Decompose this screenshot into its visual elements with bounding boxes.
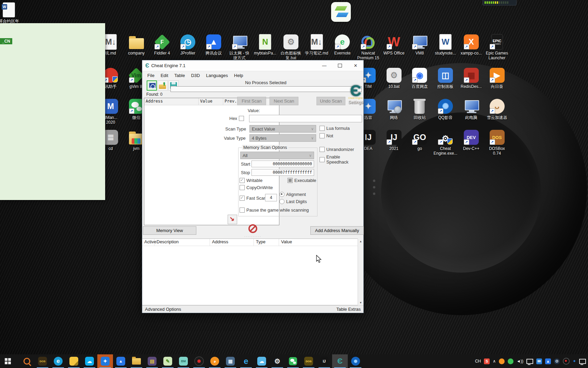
unrandomizer-checkbox[interactable] [320,147,325,152]
scroll-down-icon[interactable]: ▼ [358,300,363,305]
tray-recorder[interactable] [563,358,570,365]
tray-steam[interactable]: ʘ [554,358,560,364]
taskbar-edge-button[interactable]: e [50,354,66,368]
tray-volume[interactable]: ◄)) [517,359,523,364]
taskbar-dosbox-yellow-button[interactable]: DOS [301,354,316,368]
taskbar-baidu-pan-button[interactable]: ☁ [82,354,97,368]
taskbar-ie-button[interactable]: e [238,354,254,368]
memory-view-button[interactable]: Memory View [143,226,196,235]
taskbar-tencent-meeting-button[interactable]: ▲ [113,354,129,368]
taskbar-file-explorer-button[interactable] [129,354,144,368]
lua-formula-row: Lua formula [320,126,350,131]
next-scan-button[interactable]: Next Scan [270,97,298,105]
taskbar-recorder-button[interactable] [191,354,207,368]
desktop-icon-cheat-engine-settings[interactable]: Є Cheat Engine Settings [340,82,371,105]
col-active[interactable]: Active [142,239,154,246]
desktop-icon-word-doc[interactable]: W 算合约区年 [0,2,24,24]
hex-checkbox[interactable] [239,116,244,121]
scan-region-dropdown[interactable]: All∨ [240,152,314,159]
fast-scan-checkbox[interactable] [240,196,245,201]
tray-tim[interactable]: ✦ [573,359,576,364]
vertical-scrollbar[interactable]: ▲ ▼ [358,239,363,305]
ie-icon: e [244,356,248,366]
col-type[interactable]: Type [254,239,279,246]
scroll-up-icon[interactable]: ▲ [358,239,363,244]
splitter-handle[interactable]: ·········· [142,235,363,238]
menu-file[interactable]: File [144,72,158,79]
desktop-icon-epic[interactable]: EPICGAMES↗Epic GamesLauncher [482,34,512,60]
taskbar-qq-player-button[interactable]: ✺ [348,354,363,368]
not-checkbox[interactable] [320,133,325,138]
desktop-icon-sunflower[interactable]: ▶↗向日葵 [482,67,512,89]
last-digits-radio[interactable] [279,199,284,204]
desktop-icon-xueyun[interactable]: ᴗ↗雪云加速器 [482,98,512,120]
menu-edit[interactable]: Edit [158,72,171,79]
menu-d3d[interactable]: D3D [188,72,203,79]
fast-scan-value-input[interactable]: 4 [265,194,277,201]
speedhack-row: Enable Speedhack [320,154,363,165]
taskbar-idea-button[interactable]: IJ [316,354,332,368]
minimize-button[interactable]: — [316,60,332,71]
speedhack-checkbox[interactable] [320,157,325,162]
tray-tencent-meeting[interactable]: ▲ [545,358,551,364]
lua-formula-checkbox[interactable] [320,126,325,131]
menu-table[interactable]: Table [171,72,188,79]
tray-tray-expand[interactable]: ∧ [493,359,496,364]
address-table[interactable]: Active Description Address Type Value [142,239,363,305]
taskbar-bm-button[interactable]: BM [176,354,191,368]
executable-checkbox[interactable] [288,178,293,183]
start-input[interactable]: 0000000000000000 [251,160,314,167]
scan-type-dropdown[interactable]: Exact Value∨ [249,125,316,133]
close-button[interactable]: ✕ [348,60,363,71]
copyonwrite-checkbox[interactable] [240,185,245,190]
value-input[interactable] [249,115,362,122]
menu-languages[interactable]: Languages [203,72,231,79]
taskbar-cloud-app-button[interactable]: ☁ [254,354,270,368]
desktop-icon-dosbox[interactable]: DOS↗DOSBox0.74 [482,129,512,156]
select-process-button[interactable] [147,80,157,91]
taskbar-search-button[interactable] [19,354,35,368]
title-bar[interactable]: Є Cheat Engine 7.1 — ✕ [142,60,363,71]
value-type-dropdown[interactable]: 4 Bytes∨ [249,134,316,142]
taskbar-start-button[interactable] [0,354,16,368]
menu-help[interactable]: Help [231,72,246,79]
first-scan-button[interactable]: First Scan [237,97,266,105]
taskbar-tim-button[interactable]: ✦ [97,354,113,368]
col-value[interactable]: Value [279,239,363,246]
stop-input[interactable]: 00007fffffffffff [251,169,314,176]
green-window[interactable]: _CN [0,23,105,200]
taskbar-cheat-engine-button[interactable]: Є [332,354,348,368]
taskbar-wechat-button[interactable] [285,354,301,368]
tray-sogou[interactable]: S [484,358,490,364]
add-address-manually-button[interactable]: Add Address Manually [310,226,364,235]
taskbar-settings-button[interactable]: ⚙ [270,354,285,368]
system-tray: CHS∧◄))✉▲ʘ✦ [475,354,588,368]
taskbar-sticky-notes-button[interactable] [66,354,82,368]
maximize-button[interactable] [332,60,348,71]
smartsvn-like-icon[interactable] [331,2,351,22]
taskbar-potplayer-button[interactable]: ◕ [207,354,223,368]
tray-display[interactable] [526,359,533,364]
taskbar-notepadpp-button[interactable]: ✎ [160,354,176,368]
tray-touch-keyboard[interactable] [579,359,586,364]
col-description[interactable]: Description [154,239,210,246]
taskbar-calculator-button[interactable]: ▦ [223,354,238,368]
add-selected-addresses-button[interactable] [228,215,237,224]
tray-mail[interactable]: ✉ [536,358,542,364]
value-type-value: 4 Bytes [252,136,266,141]
pause-checkbox[interactable] [240,208,245,213]
taskbar-dosbox-button[interactable]: DOS [35,354,50,368]
alignment-radio[interactable] [279,192,284,197]
writable-checkbox[interactable] [240,178,245,183]
col-value[interactable]: Value [199,98,223,105]
col-address[interactable]: Address [144,98,199,105]
table-extras-link[interactable]: Table Extras [336,307,361,312]
taskbar-winrar-button[interactable]: ▤ [144,354,160,368]
advanced-options-link[interactable]: Advanced Options [145,307,181,312]
tray-wechat[interactable] [508,358,513,364]
executable-label: Executable [294,178,316,183]
tray-potplayer[interactable] [499,358,505,364]
open-table-button[interactable]: ⬆ [158,80,168,91]
col-address[interactable]: Address [210,239,254,246]
tray-lang-indicator[interactable]: CH [475,359,481,364]
